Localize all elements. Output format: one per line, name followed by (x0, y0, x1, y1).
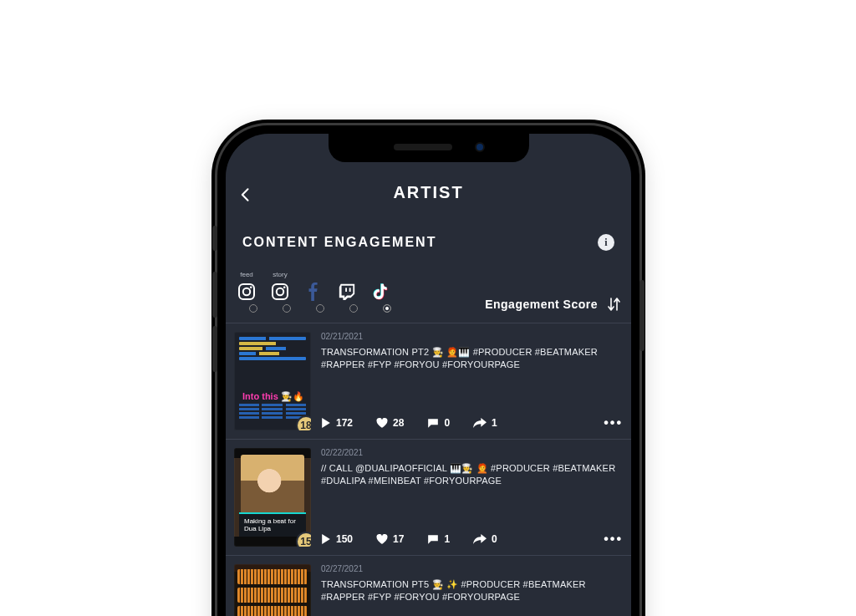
post-date: 02/22/2021 (321, 448, 623, 457)
svg-point-1 (243, 288, 250, 295)
sort-label: Engagement Score (485, 298, 598, 311)
post-item[interactable]: Making a beat for Dua Lipa 15 02/22/2021… (226, 440, 631, 556)
metric-plays: 150 (321, 533, 353, 545)
section-header: CONTENT ENGAGEMENT i (226, 234, 631, 251)
post-thumbnail[interactable]: Making a beat for Dua Lipa 15 (234, 448, 311, 547)
share-icon (473, 534, 487, 544)
comment-icon (427, 418, 439, 428)
shares-count: 1 (492, 417, 497, 429)
filter-row: feed story (226, 261, 631, 323)
post-metrics: 150 17 1 (321, 520, 623, 547)
info-icon[interactable]: i (598, 234, 614, 251)
play-icon (321, 418, 331, 428)
posts-list: Into this 👨‍🍳🔥 18 02/21/2021 TRANSFORMAT… (226, 323, 631, 616)
likes-count: 17 (393, 533, 404, 545)
metric-likes: 28 (376, 417, 404, 429)
post-metrics: 172 28 0 (321, 404, 623, 430)
more-options-button[interactable]: ••• (604, 415, 623, 430)
post-thumbnail[interactable]: Turning this 🎧🎵 12 (234, 564, 311, 616)
plays-count: 150 (336, 533, 353, 545)
svg-rect-6 (345, 288, 347, 292)
sort-control[interactable]: Engagement Score (485, 296, 621, 313)
platform-radio[interactable] (349, 304, 358, 313)
volume-up-button (212, 272, 217, 318)
metric-shares: 0 (473, 533, 497, 545)
thumb-overlay-text: Into this 👨‍🍳🔥 (242, 391, 304, 402)
likes-count: 28 (393, 417, 404, 429)
svg-rect-3 (273, 284, 288, 299)
post-date: 02/27/2021 (321, 564, 623, 573)
platform-twitch[interactable] (336, 271, 358, 313)
plays-count: 172 (336, 417, 353, 429)
platform-tiktok[interactable] (369, 271, 391, 313)
metric-comments: 0 (427, 417, 450, 429)
sort-direction-icon (606, 296, 621, 313)
platform-label: story (273, 271, 287, 279)
heart-icon (376, 418, 388, 428)
platform-radio[interactable] (383, 304, 391, 313)
volume-down-button (212, 326, 217, 372)
heart-icon (376, 534, 388, 544)
metric-plays: 172 (321, 417, 353, 429)
platform-facebook[interactable] (303, 271, 324, 313)
page-title: ARTIST (393, 183, 463, 202)
thumb-overlay-text: Making a beat for Dua Lipa (239, 512, 306, 537)
svg-point-5 (283, 287, 286, 289)
platform-radio[interactable] (283, 304, 291, 313)
platform-label: feed (240, 271, 253, 279)
comments-count: 1 (444, 533, 450, 545)
share-icon (473, 418, 487, 428)
post-caption: TRANSFORMATION PT5 👨‍🍳 ✨ #PRODUCER #BEAT… (321, 578, 623, 603)
metric-shares: 1 (473, 417, 497, 429)
comments-count: 0 (444, 417, 450, 429)
tiktok-icon (369, 281, 391, 303)
app-screen: ARTIST CONTENT ENGAGEMENT i feed (226, 134, 631, 616)
engagement-score-badge: 18 (296, 415, 311, 430)
platform-ig-feed[interactable]: feed (236, 271, 257, 313)
post-caption: // CALL @DUALIPAOFFICIAL 🎹👨‍🍳 🧑‍🦰 #PRODU… (321, 462, 623, 487)
svg-point-2 (250, 287, 252, 289)
phone-frame: ARTIST CONTENT ENGAGEMENT i feed (217, 125, 639, 616)
platform-radio[interactable] (316, 304, 324, 313)
post-item[interactable]: Into this 👨‍🍳🔥 18 02/21/2021 TRANSFORMAT… (226, 323, 631, 440)
svg-rect-7 (349, 288, 351, 292)
facebook-icon (303, 281, 324, 303)
post-date: 02/21/2021 (321, 332, 623, 341)
platform-ig-story[interactable]: story (269, 271, 291, 313)
comment-icon (427, 534, 439, 544)
post-item[interactable]: Turning this 🎧🎵 12 02/27/2021 TRANSFORMA… (226, 556, 631, 616)
play-icon (321, 534, 331, 544)
svg-point-4 (277, 288, 283, 295)
instagram-icon (269, 281, 291, 303)
device-notch (329, 134, 529, 162)
post-thumbnail[interactable]: Into this 👨‍🍳🔥 18 (234, 332, 311, 430)
more-options-button[interactable]: ••• (604, 532, 623, 547)
twitch-icon (336, 281, 358, 303)
section-title: CONTENT ENGAGEMENT (242, 235, 436, 250)
engagement-score-badge: 15 (296, 532, 311, 547)
instagram-icon (236, 281, 257, 303)
power-button (639, 280, 645, 351)
platform-radio[interactable] (249, 304, 257, 313)
back-button[interactable] (237, 186, 249, 198)
app-header: ARTIST (226, 176, 631, 209)
metric-likes: 17 (376, 533, 404, 545)
shares-count: 0 (492, 533, 497, 545)
platform-filters: feed story (236, 271, 391, 313)
mute-switch (212, 226, 217, 251)
svg-rect-0 (239, 284, 254, 299)
metric-comments: 1 (427, 533, 450, 545)
post-caption: TRANSFORMATION PT2 👨‍🍳 🧑‍🦰🎹 #PRODUCER #B… (321, 346, 623, 371)
